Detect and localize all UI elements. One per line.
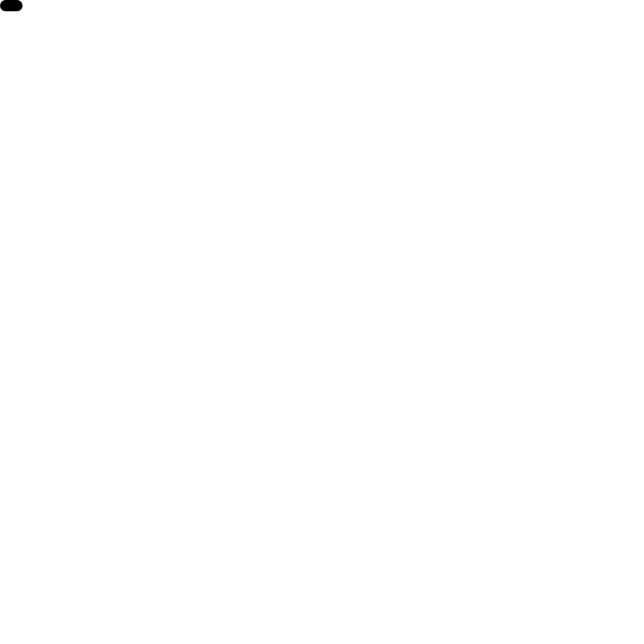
optimal-marker xyxy=(0,0,23,11)
chart-svg xyxy=(0,0,644,644)
chart-container xyxy=(0,0,644,644)
